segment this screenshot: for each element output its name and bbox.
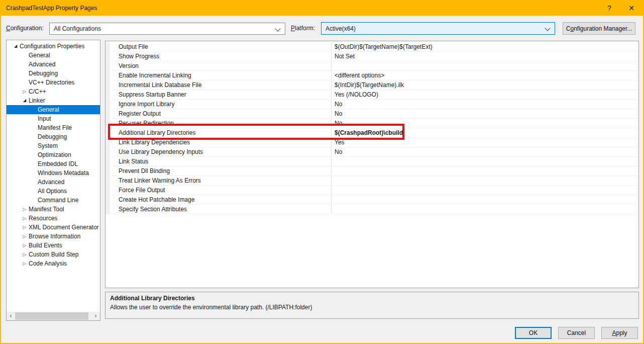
property-value[interactable]	[331, 176, 638, 185]
settings-tree: ◢Configuration PropertiesGeneralAdvanced…	[7, 42, 100, 268]
property-row-ignore-import-library[interactable]: Ignore Import LibraryNo	[105, 100, 638, 109]
platform-label: Platform:	[291, 25, 315, 32]
property-value[interactable]: Yes	[331, 138, 638, 147]
platform-dropdown[interactable]: Active(x64)	[321, 22, 555, 35]
collapsed-icon[interactable]: ▷	[21, 259, 29, 268]
tree-item-advanced[interactable]: Advanced	[7, 178, 100, 187]
tree-item-manifest-file[interactable]: Manifest File	[7, 123, 100, 132]
row-gutter	[105, 52, 110, 61]
property-value[interactable]	[331, 61, 638, 70]
tree-item-linker[interactable]: ◢Linker	[7, 96, 100, 105]
tree-item-label: Browse Information	[29, 233, 80, 240]
property-row-link-status[interactable]: Link Status	[105, 157, 638, 166]
property-label: Create Hot Patchable Image	[110, 195, 331, 204]
tree-item-command-line[interactable]: Command Line	[7, 196, 100, 205]
tree-item-label: Debugging	[29, 70, 58, 77]
property-row-create-hot-patchable-image[interactable]: Create Hot Patchable Image	[105, 195, 638, 205]
tree-item-resources[interactable]: ▷Resources	[7, 214, 100, 223]
property-row-register-output[interactable]: Register OutputNo	[105, 109, 638, 119]
tree-item-windows-metadata[interactable]: Windows Metadata	[7, 168, 100, 178]
property-value[interactable]: Yes (/NOLOGO)	[331, 90, 638, 99]
scrollbar-thumb[interactable]	[15, 312, 88, 320]
tree-item-xml-document-generator[interactable]: ▷XML Document Generator	[7, 223, 100, 232]
tree-item-embedded-idl[interactable]: Embedded IDL	[7, 159, 100, 168]
window-title: CrashpadTestApp Property Pages	[6, 5, 97, 12]
property-value[interactable]	[331, 205, 638, 214]
property-row-per-user-redirection[interactable]: Per-user RedirectionNo	[105, 119, 638, 128]
tree-item-vc-directories[interactable]: VC++ Directories	[7, 78, 100, 87]
chevron-down-icon	[275, 26, 280, 31]
property-value[interactable]: $(CrashpadRoot)\cbuild	[331, 128, 638, 137]
collapsed-icon[interactable]: ▷	[21, 87, 29, 96]
property-value[interactable]	[331, 186, 638, 195]
tree-item-advanced[interactable]: Advanced	[7, 60, 100, 69]
property-row-use-library-dependency-inputs[interactable]: Use Library Dependency InputsNo	[105, 147, 638, 157]
property-row-prevent-dll-binding[interactable]: Prevent Dll Binding	[105, 166, 638, 176]
scroll-left-icon[interactable]: ‹	[7, 312, 15, 320]
property-row-incremental-link-database-file[interactable]: Incremental Link Database File$(IntDir)$…	[105, 80, 638, 90]
tree-item-code-analysis[interactable]: ▷Code Analysis	[7, 259, 100, 268]
property-label: Prevent Dll Binding	[110, 166, 331, 176]
property-row-show-progress[interactable]: Show ProgressNot Set	[105, 52, 638, 61]
tree-item-label: Input	[38, 115, 51, 122]
collapsed-icon[interactable]: ▷	[21, 241, 29, 250]
property-value[interactable]	[331, 157, 638, 166]
property-pages-dialog: CrashpadTestApp Property Pages ? ✕ Confi…	[0, 0, 644, 344]
property-row-link-library-dependencies[interactable]: Link Library DependenciesYes	[105, 138, 638, 147]
collapsed-icon[interactable]: ▷	[21, 250, 29, 259]
property-value[interactable]: $(OutDir)$(TargetName)$(TargetExt)	[331, 42, 638, 51]
tree-item-custom-build-step[interactable]: ▷Custom Build Step	[7, 250, 100, 259]
property-row-treat-linker-warning-as-errors[interactable]: Treat Linker Warning As Errors	[105, 176, 638, 186]
tree-item-manifest-tool[interactable]: ▷Manifest Tool	[7, 205, 100, 214]
property-label: Use Library Dependency Inputs	[110, 147, 331, 156]
property-value[interactable]: No	[331, 109, 638, 118]
property-value[interactable]	[331, 195, 638, 204]
property-row-additional-library-directories[interactable]: Additional Library Directories$(Crashpad…	[105, 128, 638, 138]
tree-item-debugging[interactable]: Debugging	[7, 132, 100, 141]
help-title: Additional Library Directories	[110, 295, 634, 302]
tree-item-debugging[interactable]: Debugging	[7, 69, 100, 78]
tree-item-browse-information[interactable]: ▷Browse Information	[7, 232, 100, 241]
tree-item-build-events[interactable]: ▷Build Events	[7, 241, 100, 250]
property-value[interactable]: $(IntDir)$(TargetName).ilk	[331, 80, 638, 90]
property-row-enable-incremental-linking[interactable]: Enable Incremental Linking<different opt…	[105, 71, 638, 80]
property-value[interactable]: No	[331, 100, 638, 109]
expanded-icon[interactable]: ◢	[12, 42, 20, 51]
property-value[interactable]: <different options>	[331, 71, 638, 80]
horizontal-scrollbar[interactable]: ‹ ›	[7, 312, 100, 320]
tree-item-all-options[interactable]: All Options	[7, 187, 100, 196]
property-value[interactable]	[331, 166, 638, 176]
tree-item-configuration-properties[interactable]: ◢Configuration Properties	[7, 42, 100, 51]
property-row-suppress-startup-banner[interactable]: Suppress Startup BannerYes (/NOLOGO)	[105, 90, 638, 100]
property-value[interactable]: No	[331, 147, 638, 156]
property-label: Register Output	[110, 109, 331, 118]
tree-item-general[interactable]: General	[7, 105, 100, 114]
tree-item-general[interactable]: General	[7, 51, 100, 60]
property-row-specify-section-attributes[interactable]: Specify Section Attributes	[105, 205, 638, 214]
cancel-button[interactable]: Cancel	[558, 327, 595, 339]
collapsed-icon[interactable]: ▷	[21, 223, 29, 232]
tree-item-optimization[interactable]: Optimization	[7, 150, 100, 159]
apply-button[interactable]: Apply	[601, 327, 638, 339]
help-icon[interactable]: ?	[601, 0, 618, 16]
expanded-icon[interactable]: ◢	[21, 96, 29, 105]
scroll-right-icon[interactable]: ›	[91, 312, 100, 320]
configuration-manager-button[interactable]: Configuration Manager...	[563, 22, 635, 35]
tree-item-c-c[interactable]: ▷C/C++	[7, 87, 100, 96]
ok-button[interactable]: OK	[515, 327, 552, 339]
property-value[interactable]: No	[331, 119, 638, 128]
row-gutter	[105, 157, 110, 166]
collapsed-icon[interactable]: ▷	[21, 232, 29, 241]
row-gutter	[105, 176, 110, 185]
close-icon[interactable]: ✕	[623, 0, 640, 16]
property-value[interactable]: Not Set	[331, 52, 638, 61]
property-row-version[interactable]: Version	[105, 61, 638, 71]
tree-item-input[interactable]: Input	[7, 114, 100, 123]
property-row-output-file[interactable]: Output File$(OutDir)$(TargetName)$(Targe…	[105, 42, 638, 52]
configuration-dropdown[interactable]: All Configurations	[49, 23, 285, 35]
tree-item-system[interactable]: System	[7, 141, 100, 150]
property-row-force-file-output[interactable]: Force File Output	[105, 186, 638, 195]
collapsed-icon[interactable]: ▷	[21, 205, 29, 214]
collapsed-icon[interactable]: ▷	[21, 214, 29, 223]
row-gutter	[105, 119, 110, 128]
